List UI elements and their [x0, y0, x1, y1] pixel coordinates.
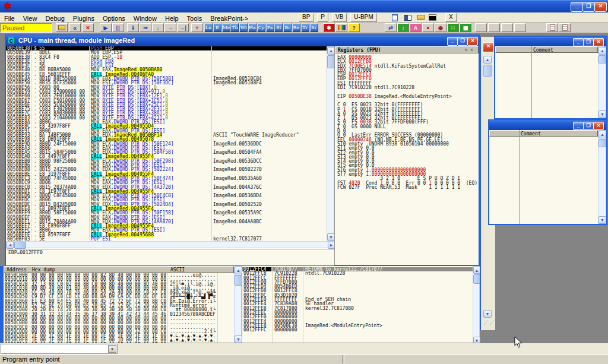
menu-item-file[interactable]: File — [0, 14, 19, 23]
cw-top-maximize-button[interactable]: ❐ — [583, 38, 594, 46]
cw-bot-scroll-thumb[interactable] — [598, 139, 606, 147]
comment-window-top-titlebar[interactable]: _ ❐ ✕ — [495, 37, 606, 46]
menu-item-tools[interactable]: Tools — [183, 14, 207, 23]
folder-icon[interactable] — [416, 14, 426, 23]
plugin-a-button[interactable]: A — [410, 23, 422, 32]
minimize-button[interactable]: _ — [571, 2, 583, 12]
dump-scroll-up-icon[interactable]: ▲ — [235, 267, 242, 274]
panel-button-ln[interactable]: Ln — [204, 23, 213, 32]
help-button[interactable]: ? — [348, 23, 360, 32]
panel-button-th[interactable]: Th — [230, 23, 239, 32]
register-line[interactable]: EIP 0050BE38 ImageRed.<ModuleEntryPoint> — [337, 94, 479, 99]
stack-row[interactable]: 0012FFFC00000000 — [242, 328, 473, 332]
notes-button-1[interactable] — [546, 23, 558, 32]
animate-over-button[interactable]: → — [164, 23, 176, 32]
cw-top-scroll-up-icon[interactable]: ▲ — [598, 47, 606, 55]
log-icon[interactable] — [390, 14, 400, 23]
dump-header[interactable]: Address Hex dump ASCII — [4, 266, 234, 273]
plugin-dot-button[interactable]: ● — [422, 23, 434, 32]
register-line[interactable]: T 0 GS 0000 NULL — [337, 125, 479, 129]
plugin-button-vb[interactable]: VB — [332, 13, 347, 22]
menu-item-window[interactable]: Window — [129, 14, 161, 23]
disasm-vscrollbar[interactable]: ▲ ▼ — [327, 46, 334, 240]
step-into-button[interactable]: ⇓ — [127, 23, 139, 32]
close-program-button[interactable]: ✕ — [82, 23, 94, 32]
execute-till-return-button[interactable]: →| — [177, 23, 189, 32]
comment-window-bottom-titlebar[interactable]: _ ❐ ✕ — [489, 121, 606, 130]
close-button[interactable]: ✕ — [594, 2, 607, 12]
registers-pane[interactable]: EAX 00000000ECX 0012FFB0EDX 7C90E514 ntd… — [337, 55, 479, 264]
plugin-grid-button[interactable]: ▦ — [460, 23, 471, 32]
strip-scroll-up-icon[interactable]: ▲ — [483, 56, 492, 64]
panel-button-re[interactable]: Re — [292, 23, 300, 32]
cpu-window-titlebar[interactable]: C CPU - main thread, module ImageRed _ ❐… — [6, 36, 479, 46]
cw-bot-scroll-up-icon[interactable]: ▲ — [598, 131, 606, 138]
stack-vscrollbar[interactable]: ▲ ▼ — [473, 266, 480, 343]
plugin-button-p[interactable]: P — [317, 13, 328, 22]
scroll-left-icon[interactable]: ◄ — [7, 242, 14, 249]
disasm-row[interactable]: 0050BEF7.E8 F896F8FFCALL ImageRed.004955… — [6, 224, 327, 228]
disasm-row[interactable]: 0050BEE9.8B0D 58F15000MOV ECX,DWORD PTR … — [6, 211, 327, 215]
toolbar-blank-button-2[interactable] — [488, 23, 500, 32]
main-titlebar[interactable]: ✱ _ ❐ ✕ — [0, 0, 608, 12]
cw-top-column-header[interactable]: Comment — [495, 46, 598, 53]
menu-item-view[interactable]: View — [19, 14, 42, 23]
toolbar-blank-button-4[interactable] — [514, 23, 526, 32]
plugin-green-button[interactable]: ↕ — [397, 23, 409, 32]
panel-button-br[interactable]: Br — [283, 23, 292, 32]
disasm-hscrollbar[interactable]: ◄ ► — [6, 241, 334, 248]
disasm-row[interactable]: 0050BE83.C683 21040000 00MOV BYTE PTR DS… — [6, 116, 327, 120]
cw-top-scroll-thumb[interactable] — [598, 55, 606, 64]
run-button[interactable]: ▶ — [100, 23, 112, 32]
toolbar-blank-button-3[interactable] — [501, 23, 513, 32]
panel-button-pa[interactable]: Pa — [266, 23, 274, 32]
open-file-button[interactable] — [56, 23, 68, 32]
combobox-dropdown-icon[interactable]: ▼ — [108, 345, 116, 353]
go-to-address-button[interactable]: ▼ — [191, 23, 203, 32]
cw-bot-scroll-down-icon[interactable]: ▼ — [598, 216, 606, 224]
restart-button[interactable]: « — [69, 23, 81, 32]
disasm-hscroll-thumb[interactable] — [14, 242, 26, 249]
swap-button[interactable]: ⇄ — [385, 23, 397, 32]
strip-scroll-down-icon[interactable]: ▼ — [483, 310, 492, 318]
cpu-minimize-button[interactable]: _ — [447, 37, 458, 46]
disasm-row[interactable]: 0050BED6.8B0D C8F45000MOV ECX,DWORD PTR … — [6, 194, 327, 198]
command-combobox[interactable] — [1, 344, 118, 354]
cw-bot-minimize-button[interactable]: _ — [573, 122, 584, 130]
cw-bot-vscrollbar[interactable]: ▲ ▼ — [598, 130, 606, 224]
disasm-row[interactable]: 0050BE3E.53PUSH EBX — [6, 59, 327, 64]
cw-bot-column-header[interactable]: Comment — [489, 130, 598, 137]
panel-button-sr[interactable]: Sr — [310, 23, 318, 32]
disasm-row[interactable]: 0050BEB0.8B0D 98F25000MOV ECX,DWORD PTR … — [6, 159, 327, 163]
dump-vscrollbar[interactable]: ▲ ▼ — [234, 266, 242, 343]
dump-pane[interactable]: 0050C00000 00 00 0000 00 00 0082 8D 40 0… — [4, 273, 234, 343]
disasm-row[interactable]: 0050BE3B.83C4 F0ADD ESP,-10 — [6, 55, 327, 59]
menu-item-debug[interactable]: Debug — [41, 14, 68, 23]
register-line[interactable]: FCW 027F Prec NEAR,53 Mask 1 1 1 1 1 1 — [337, 185, 479, 189]
strip-scroll-thumb[interactable] — [483, 65, 492, 77]
menu-item-options[interactable]: Options — [99, 14, 129, 23]
animate-into-button[interactable]: ↓ — [152, 23, 164, 32]
console-icon[interactable] — [428, 14, 438, 23]
plugin-spiral-button[interactable]: ◉ — [435, 23, 446, 32]
cw-bot-close-button[interactable]: ✕ — [593, 122, 604, 130]
step-over-button[interactable]: ⇒ — [140, 23, 151, 32]
stack-pane[interactable]: 0012FFC47C817077RETURN to kernel32.7C817… — [242, 267, 473, 343]
options-button[interactable]: ✱ — [323, 23, 335, 32]
disasm-row[interactable]: 0050BE38$55PUSH EBP — [6, 46, 327, 50]
disassembly-pane[interactable]: 0050BE38$55PUSH EBP0050BE39.8BECMOV EBP,… — [6, 46, 327, 240]
register-line[interactable]: EDI 7C910228 ntdll.7C910228 — [337, 86, 479, 90]
background-window-close-button[interactable]: ✕ — [483, 42, 494, 52]
toolbar-blank-button-1[interactable] — [475, 23, 487, 32]
panel-button-me[interactable]: Me — [222, 23, 230, 32]
menu-item-plugins[interactable]: Plugins — [69, 14, 99, 23]
panel-button-wi[interactable]: Wi — [239, 23, 248, 32]
menu-item-breakpoint[interactable]: BreakPoint-> — [206, 14, 252, 23]
plugin-button-ubpm[interactable]: U-BPM — [350, 13, 376, 22]
maximize-button[interactable]: ❐ — [582, 2, 595, 12]
notes-button-2[interactable] — [559, 23, 571, 32]
cw-top-vscrollbar[interactable]: ▲ ▼ — [598, 46, 606, 118]
disasm-row[interactable]: 0050BF03.5EPOP ESIkernel32.7C817077 — [6, 237, 327, 240]
registers-nav-arrows[interactable]: < < — [465, 48, 473, 53]
menu-item-help[interactable]: Help — [161, 14, 183, 23]
